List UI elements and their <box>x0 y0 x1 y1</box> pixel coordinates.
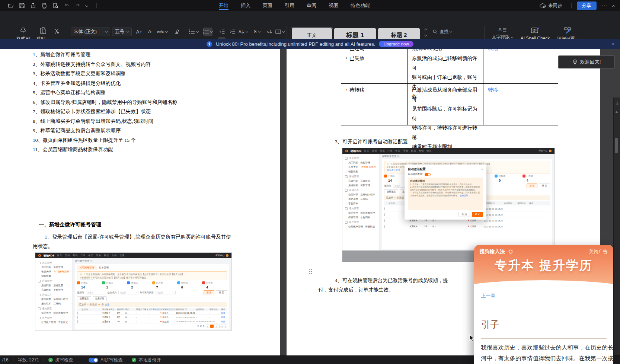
tab-review[interactable]: 审阅 <box>307 0 316 11</box>
collapse-ribbon-icon[interactable] <box>612 5 615 8</box>
shrink-font-button[interactable]: A- <box>147 28 154 36</box>
grow-font-button[interactable]: A+ <box>135 28 143 36</box>
list-item: 5、运营中心菜单迁移与结构调整 <box>33 88 178 98</box>
ad-header: 搜狗输入法 关闭广告 专升本 提升学历 <box>474 245 613 289</box>
avatar <box>549 150 552 152</box>
increase-indent-icon[interactable] <box>228 28 236 36</box>
pinyin-guide-button[interactable]: wén <box>157 28 167 36</box>
doc-item4-line2: 付，支付完成后，订单才能生效。 <box>318 287 394 293</box>
wrap-icon[interactable]: S <box>253 28 261 36</box>
backup-icon: ✓ <box>132 358 136 362</box>
share-button[interactable]: 分享 <box>577 1 597 10</box>
license-status-table: 已过期 许可账号使用期已结束，可续期后继续使用 续期 已失效 原激活的成员已转移… <box>341 49 558 125</box>
undo-icon[interactable] <box>63 3 70 9</box>
upgrade-banner: Unlock 80+Pro benefits,including unlimit… <box>0 39 620 49</box>
page-indicator[interactable]: /16 <box>2 357 9 363</box>
embedded-screenshot-license-admin[interactable]: 晓柚ROS 首页 营销 商城 订单 会员 导购 数据 分销 设置 帮助中心 员工… <box>35 253 231 331</box>
ad-divider <box>481 338 607 339</box>
redo-icon[interactable] <box>74 3 81 9</box>
vertical-scrollbar-thumb[interactable] <box>615 138 618 153</box>
prev-chapter-link[interactable]: 上一章 <box>481 293 495 299</box>
text-direction-icon[interactable]: A <box>239 28 248 36</box>
titlebar-divider <box>96 3 97 8</box>
doc-item4-line1: 4、可在晓柚管理后台为已激活账号的成员续期，提 <box>335 277 448 284</box>
pro-bolt-icon <box>207 41 212 47</box>
list-item: 10、微页面单图组件热区数量上限提升至 15 个 <box>33 135 178 145</box>
export-icon[interactable] <box>30 3 36 9</box>
paste-icon <box>39 27 47 34</box>
clear-format-icon[interactable] <box>173 28 180 36</box>
word-count[interactable]: 字数: 2271 <box>18 357 39 363</box>
ribbon-tabs: 开始 插入 页面 引用 审阅 视图 特色功能 <box>219 0 370 11</box>
print-preview-icon[interactable] <box>52 3 58 9</box>
ai-spell-check-icon: ABC <box>531 27 540 34</box>
right-edge-strip <box>613 98 620 355</box>
modal-close-icon: × <box>481 167 483 171</box>
admin-sidebar: 员工管理 员工列表 角色管理 会员关怀许可账号管理 销售线索 店铺管理 店铺列表… <box>342 154 380 250</box>
sidebar-tool-icon[interactable] <box>615 101 619 105</box>
tab-page[interactable]: 页面 <box>263 0 272 11</box>
title-bar: 开始 插入 页面 引用 审阅 视图 特色功能 未同步 分享 ··· <box>0 0 620 11</box>
text-layout-icon: A <box>498 27 506 32</box>
find-button[interactable]: 查找 <box>432 28 452 36</box>
quick-access-toolbar <box>7 3 97 9</box>
mouse-cursor <box>469 334 474 342</box>
settings-icon <box>563 27 572 34</box>
table-row-pending-transfer: 待转移 已激活成员从服务商全部应用可见范围移除后，许可将标记为待转移许可，待转移… <box>341 84 558 125</box>
welcome-toast: 欢迎回来! <box>558 55 615 68</box>
list-item: 11、会员营销新增商品材质保养功能 <box>33 145 178 154</box>
auto-activation-toggle <box>425 173 431 176</box>
styles-down-icon[interactable] <box>422 33 429 37</box>
numbered-list-icon[interactable]: 12 <box>203 28 212 36</box>
banner-text: Unlock 80+Pro benefits,including unlimit… <box>216 41 375 47</box>
columns-icon[interactable] <box>275 28 284 36</box>
location-pin-icon <box>572 59 578 65</box>
quick-access-more-icon[interactable] <box>85 4 88 7</box>
titlebar-divider <box>571 3 572 8</box>
collapse-panel-icon[interactable] <box>615 111 618 113</box>
tab-view[interactable]: 视图 <box>329 0 338 11</box>
list-item: 8、线上商城买券订单明细导出增加券码,状态,领取时间 <box>33 116 178 126</box>
ad-divider <box>481 315 607 315</box>
refresh-icon[interactable] <box>508 249 513 254</box>
open-icon[interactable] <box>7 3 14 9</box>
font-size-select[interactable]: 五号 <box>112 28 132 36</box>
drag-handle-icon[interactable] <box>309 269 312 274</box>
section-heading: 一、新增企微许可账号管理 <box>39 221 101 228</box>
transfer-link[interactable]: 转移 <box>488 87 498 93</box>
ad-close-button[interactable]: 关闭广告 <box>589 249 608 255</box>
sync-status[interactable]: 未同步 <box>540 3 562 9</box>
ad-section-title[interactable]: 引子 <box>481 318 499 331</box>
doc-item3: 3、可开启许可账号自动激活配置 <box>335 138 408 145</box>
ad-headline[interactable]: 专升本 提升学历 <box>474 257 613 274</box>
text-layout-button[interactable]: A 文字排版 <box>488 27 517 40</box>
save-icon[interactable] <box>19 3 25 9</box>
more-menu-icon[interactable]: ··· <box>602 3 608 8</box>
banner-close-icon[interactable]: × <box>612 41 615 47</box>
auto-activation-modal: 自动激活配置× 自动激活配置: 自动激活规则 1. 开启后，只要是在晓柚应用可见… <box>405 165 486 220</box>
toggle-on-icon <box>89 358 98 363</box>
print-icon[interactable] <box>41 3 47 9</box>
upgrade-now-button[interactable]: Upgrade now <box>379 41 413 47</box>
avatar <box>226 254 228 257</box>
ai-spell-check-toggle[interactable]: AI拼写检查 <box>89 357 122 363</box>
spell-check-icon: ✓ <box>48 358 53 362</box>
local-backup-status[interactable]: ✓本地备份开 <box>132 357 161 363</box>
cut-icon[interactable] <box>53 27 60 35</box>
tab-insert[interactable]: 插入 <box>241 0 250 11</box>
tab-reference[interactable]: 引用 <box>285 0 294 11</box>
svg-text:2: 2 <box>203 32 204 34</box>
list-item: 2、外部跳转链接支持跳转至公众号图文、视频号内容 <box>33 60 178 69</box>
bullet-list-icon[interactable] <box>189 28 198 36</box>
list-item: 6、修改归属导购/归属店铺时，隐藏禁用中的导购账号和店铺名称 <box>33 98 178 107</box>
tab-special-features[interactable]: 特色功能 <box>351 0 370 11</box>
sort-icon[interactable]: A <box>266 28 273 36</box>
ad-body-text[interactable]: 我很喜欢历史，喜欢那些过去的人和事，在历史的长河中，有太多的事情值得我们去回味。… <box>481 342 607 364</box>
format-painter-icon <box>19 27 27 34</box>
decrease-indent-icon[interactable] <box>218 28 226 36</box>
tab-home[interactable]: 开始 <box>219 0 228 11</box>
spell-check-status[interactable]: ✓拼写检查 <box>48 357 73 363</box>
font-name-select[interactable]: 宋体 (正文) <box>71 28 110 36</box>
styles-up-icon[interactable] <box>422 27 429 31</box>
admin-sidebar: 员工管理 员工列表 角色管理 会员关怀许可账号管理 销售线索 店铺管理 店铺列表… <box>35 258 73 331</box>
